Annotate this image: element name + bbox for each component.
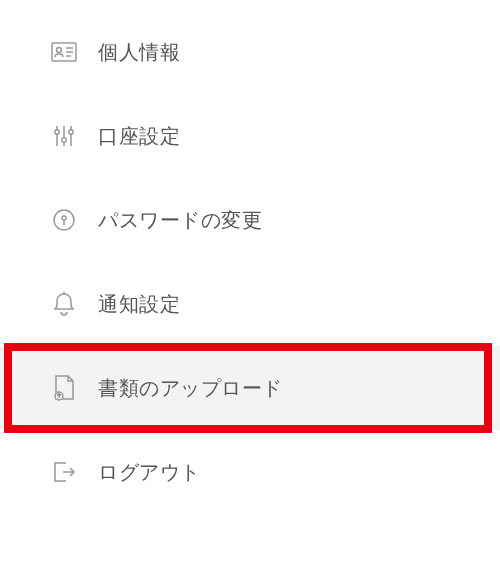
bell-icon [50, 290, 78, 318]
menu-item-notification-settings[interactable]: 通知設定 [0, 262, 500, 346]
svg-point-8 [55, 130, 59, 134]
lock-icon [50, 206, 78, 234]
svg-point-10 [69, 130, 73, 134]
menu-item-label: パスワードの変更 [98, 207, 262, 234]
svg-point-1 [57, 48, 62, 53]
menu-item-label: 口座設定 [98, 123, 180, 150]
svg-point-9 [62, 138, 66, 142]
menu-item-account-settings[interactable]: 口座設定 [0, 94, 500, 178]
menu-item-label: 個人情報 [98, 39, 180, 66]
document-upload-icon [50, 374, 78, 402]
sidebar-menu: 個人情報 口座設定 パスワードの変更 [0, 0, 500, 514]
id-card-icon [50, 38, 78, 66]
menu-item-document-upload[interactable]: 書類のアップロード [0, 346, 500, 430]
menu-item-password-change[interactable]: パスワードの変更 [0, 178, 500, 262]
svg-point-12 [62, 216, 66, 220]
logout-icon [50, 458, 78, 486]
sliders-icon [50, 122, 78, 150]
menu-item-label: ログアウト [98, 459, 201, 486]
menu-item-personal-info[interactable]: 個人情報 [0, 10, 500, 94]
menu-item-logout[interactable]: ログアウト [0, 430, 500, 514]
menu-item-label: 書類のアップロード [98, 375, 283, 402]
menu-item-label: 通知設定 [98, 291, 180, 318]
